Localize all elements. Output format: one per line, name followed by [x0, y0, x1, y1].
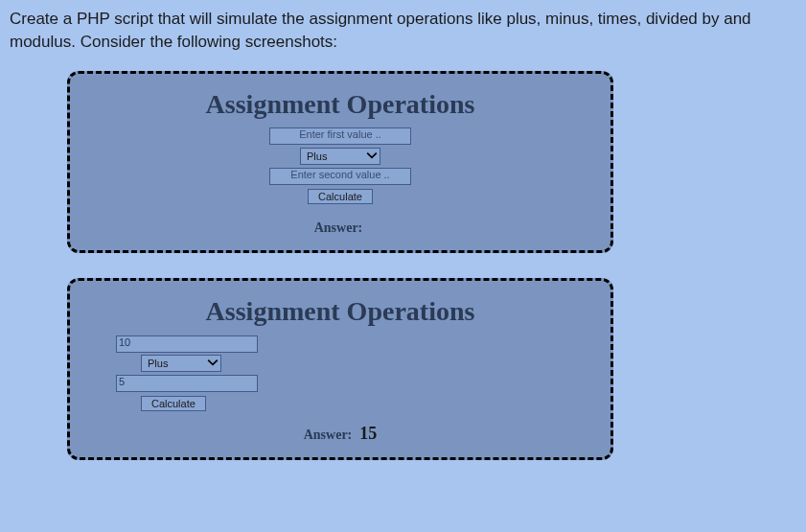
first-value-input[interactable]: Enter first value .. [269, 127, 411, 145]
instruction-text: Create a PHP script that will simulate t… [6, 8, 800, 54]
operator-selected-label: Plus [148, 358, 168, 369]
operator-selected-label: Plus [307, 150, 327, 162]
second-value-input[interactable]: Enter second value .. [269, 168, 411, 185]
form-area: Enter first value .. Plus Enter second v… [87, 127, 593, 205]
answer-value: 15 [359, 424, 377, 443]
screenshot-card-1: Assignment Operations Enter first value … [67, 71, 613, 253]
answer-row: Answer: 15 [87, 424, 593, 444]
calculate-button[interactable]: Calculate [308, 189, 373, 204]
first-value-input[interactable]: 10 [116, 335, 258, 353]
answer-label: Answer: [304, 428, 353, 442]
operator-select[interactable]: Plus [141, 355, 221, 372]
answer-row: Answer: [87, 217, 593, 237]
form-area: 10 Plus 5 Calculate [87, 335, 593, 412]
second-value-input[interactable]: 5 [116, 375, 258, 392]
screenshot-card-2: Assignment Operations 10 Plus 5 Calculat… [67, 278, 613, 460]
chevron-down-icon [366, 150, 378, 163]
card-title: Assignment Operations [87, 296, 593, 327]
operator-select[interactable]: Plus [300, 148, 380, 165]
answer-label: Answer: [314, 220, 363, 235]
calculate-button[interactable]: Calculate [141, 396, 206, 411]
chevron-down-icon [207, 357, 219, 370]
card-title: Assignment Operations [87, 89, 593, 120]
